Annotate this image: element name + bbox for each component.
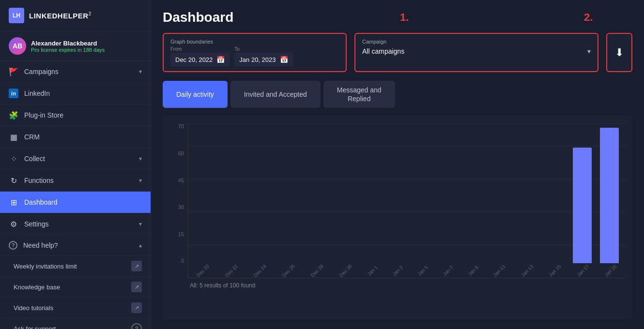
x-labels: Dec 20Dec 22Dec 24Dec 26Dec 28Dec 30Jan … — [188, 268, 625, 273]
x-axis-label: Dec 28 — [310, 263, 324, 278]
graph-boundaries-box: Graph boundaries From Dec 20, 2022 📅 To … — [163, 33, 347, 72]
chart-container: 70 60 45 30 15 0 Dec 20Dec 22Dec 24D — [163, 116, 632, 319]
sidebar-sub-item-knowledge-base[interactable]: Knowledge base ↗ — [0, 277, 151, 298]
chart-footer: All: 5 results of 100 found — [170, 278, 625, 291]
external-link-icon: ↗ — [131, 282, 142, 292]
sidebar-item-collect[interactable]: ⁘ Collect ▾ — [0, 148, 151, 170]
help-circle-icon: ? — [131, 323, 142, 329]
annotation-1: 1. — [400, 11, 409, 24]
sidebar-item-dashboard[interactable]: ⊞ Dashboard — [0, 192, 151, 213]
bar-slot — [190, 123, 217, 263]
bar-slot — [488, 123, 515, 263]
sidebar-item-label: Need help? — [23, 241, 58, 249]
sidebar-item-campaigns[interactable]: 🚩 Campaigns ▾ — [0, 61, 151, 83]
y-label-0: 0 — [170, 258, 184, 264]
y-label-70: 70 — [170, 123, 184, 129]
functions-icon: ↻ — [9, 176, 18, 185]
bar-slot — [380, 123, 407, 263]
graph-boundaries-label: Graph boundaries — [170, 39, 339, 45]
page-header: Dashboard 1. 2. 3. — [163, 10, 632, 25]
chevron-up-icon: ▴ — [139, 242, 142, 249]
x-axis-label: Jan 9 — [467, 265, 479, 277]
user-name: Alexander Blackbeard — [31, 40, 105, 47]
from-date-input[interactable]: Dec 20, 2022 📅 — [170, 53, 230, 66]
to-date-input[interactable]: Jan 20, 2023 📅 — [234, 53, 292, 66]
sidebar-sub-item-ask-support[interactable]: Ask for support ? — [0, 318, 151, 329]
chart-bar — [573, 148, 592, 263]
tab-daily-activity[interactable]: Daily activity — [163, 81, 228, 108]
tab-messaged-replied[interactable]: Messaged and Replied — [323, 81, 395, 108]
bar-slot — [245, 123, 272, 263]
chevron-down-icon: ▾ — [587, 47, 591, 55]
to-date-value: Jan 20, 2023 — [239, 56, 276, 63]
y-axis: 70 60 45 30 15 0 — [170, 123, 188, 278]
x-axis-label: Dec 30 — [338, 263, 353, 278]
user-license: Pro license expires in 188 days — [31, 47, 105, 53]
tab-invited-accepted[interactable]: Invited and Accepted — [230, 81, 321, 108]
sidebar-sub-item-video-tutorials[interactable]: Video tutorials ↗ — [0, 298, 151, 318]
user-profile[interactable]: AB Alexander Blackbeard Pro license expi… — [0, 31, 151, 61]
knowledge-base-label: Knowledge base — [14, 284, 60, 291]
annotation-2: 2. — [584, 11, 593, 24]
x-axis-label: Jan 1 — [367, 265, 379, 277]
main-content: Dashboard 1. 2. 3. Graph boundaries From… — [151, 0, 644, 329]
campaign-select[interactable]: All campaigns ▾ — [362, 47, 591, 55]
x-axis-label: Dec 22 — [224, 263, 239, 278]
campaign-label: Campaign — [362, 39, 591, 45]
sidebar-item-settings[interactable]: ⚙ Settings ▾ — [0, 213, 151, 235]
page-title: Dashboard — [163, 10, 632, 25]
x-axis-label: Jan 3 — [392, 265, 404, 277]
filters-row: Graph boundaries From Dec 20, 2022 📅 To … — [163, 33, 632, 72]
weekly-invitations-label: Weekly invitations limit — [14, 263, 77, 270]
bar-slot — [407, 123, 434, 263]
chevron-down-icon: ▾ — [139, 155, 142, 162]
sidebar-item-plugin-store[interactable]: 🧩 Plug-in Store — [0, 105, 151, 126]
help-icon: ? — [9, 241, 17, 250]
sidebar-item-crm[interactable]: ▦ CRM — [0, 126, 151, 148]
y-label-60: 60 — [170, 150, 184, 156]
bar-slot — [596, 123, 623, 263]
sidebar-item-label: LinkedIn — [24, 90, 50, 97]
chart-plot: Dec 20Dec 22Dec 24Dec 26Dec 28Dec 30Jan … — [188, 123, 625, 278]
download-button[interactable]: ⬇ — [606, 33, 632, 72]
bar-slot — [353, 123, 380, 263]
sidebar-item-label: Collect — [24, 155, 45, 163]
sidebar-item-functions[interactable]: ↻ Functions ▾ — [0, 170, 151, 192]
sidebar-item-linkedin[interactable]: in LinkedIn — [0, 83, 151, 105]
to-label: To — [234, 46, 292, 52]
bar-slot — [433, 123, 460, 263]
logo-icon: LH — [9, 8, 24, 23]
campaign-value: All campaigns — [362, 47, 404, 55]
bar-slot — [542, 123, 569, 263]
plugin-store-icon: 🧩 — [9, 110, 18, 120]
crm-icon: ▦ — [9, 132, 18, 142]
sidebar-item-need-help[interactable]: ? Need help? ▴ — [0, 235, 151, 256]
logo-text: LINKEDHELPER2 — [29, 11, 92, 20]
dashboard-icon: ⊞ — [9, 197, 18, 207]
sidebar-item-label: Dashboard — [24, 198, 58, 206]
ask-support-label: Ask for support — [14, 325, 56, 329]
filter-inputs: From Dec 20, 2022 📅 To Jan 20, 2023 📅 — [170, 46, 339, 66]
bar-slot — [460, 123, 488, 263]
user-info: Alexander Blackbeard Pro license expires… — [31, 40, 105, 53]
calendar-icon: 📅 — [280, 56, 288, 63]
sidebar-item-label: Settings — [24, 220, 49, 228]
bars-wrapper — [188, 123, 625, 263]
sidebar-sub-item-weekly-invitations[interactable]: Weekly invitations limit ↗ — [0, 256, 151, 277]
bar-slot — [325, 123, 353, 263]
x-axis: Dec 20Dec 22Dec 24Dec 26Dec 28Dec 30Jan … — [188, 263, 625, 278]
y-label-15: 15 — [170, 231, 184, 237]
bar-slot — [298, 123, 325, 263]
sidebar-item-label: Functions — [24, 177, 54, 184]
x-axis-label: Jan 11 — [492, 264, 506, 278]
campaigns-icon: 🚩 — [9, 67, 18, 76]
tabs-row: Daily activity Invited and Accepted Mess… — [163, 81, 632, 108]
from-label: From — [170, 46, 230, 52]
chevron-down-icon: ▾ — [139, 68, 142, 75]
y-label-30: 30 — [170, 204, 184, 210]
chevron-down-icon: ▾ — [139, 221, 142, 227]
sidebar: LH LINKEDHELPER2 AB Alexander Blackbeard… — [0, 0, 151, 329]
calendar-icon: 📅 — [216, 56, 225, 63]
x-axis-label: Dec 26 — [281, 263, 296, 278]
x-axis-label: Jan 13 — [520, 264, 534, 278]
